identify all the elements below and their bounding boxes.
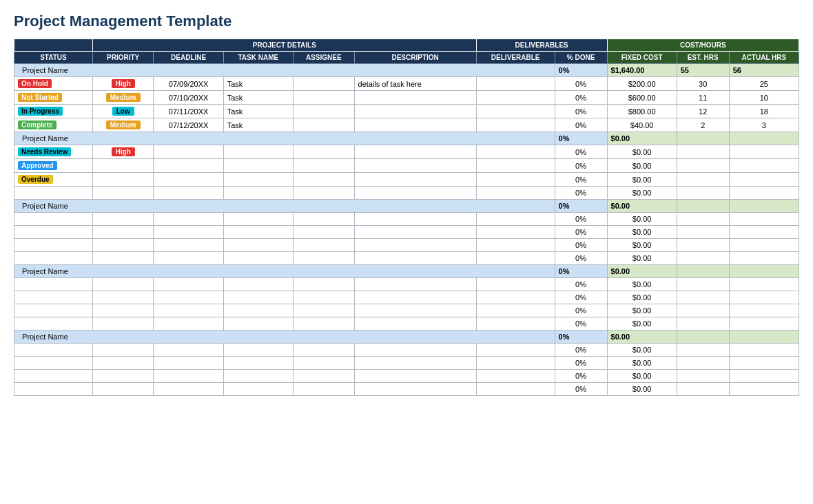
status-cell: Needs Review: [14, 145, 93, 159]
table-row: 0% $0.00: [14, 383, 799, 396]
project-total-cost: $0.00: [607, 330, 677, 344]
status-cell: Complete: [14, 118, 93, 132]
project-name-cell: Project Name: [14, 265, 555, 278]
esthrs-cell: [677, 317, 729, 330]
priority-cell: [92, 252, 154, 265]
desc-cell: [354, 226, 476, 239]
priority-cell: High: [92, 145, 154, 159]
status-badge: Not Started: [18, 93, 62, 102]
assignee-cell: [293, 187, 354, 200]
table-row: Needs Review High 0% $0.00: [14, 145, 799, 159]
project-total-est: [677, 200, 729, 213]
fixedcost-cell: $200.00: [607, 77, 677, 91]
col-taskname: TASK NAME: [223, 52, 293, 64]
project-pct-cell: 0%: [555, 200, 607, 213]
table-row: 0% $0.00: [14, 187, 799, 200]
fixedcost-cell: $0.00: [607, 304, 677, 317]
assignee-cell: [293, 159, 354, 173]
priority-cell: High: [92, 77, 154, 91]
col-actualhrs: ACTUAL HRS: [729, 52, 799, 64]
status-cell: [14, 370, 93, 383]
assignee-cell: [293, 291, 354, 304]
cost-hours-header: COST/HOURS: [607, 39, 799, 52]
fixedcost-cell: $0.00: [607, 239, 677, 252]
esthrs-cell: 12: [677, 105, 729, 118]
pctdone-cell: 0%: [555, 91, 607, 105]
fixedcost-cell: $0.00: [607, 317, 677, 330]
deadline-cell: [154, 357, 223, 370]
deliverable-cell: [476, 145, 555, 159]
status-cell: [14, 304, 93, 317]
priority-cell: [92, 383, 154, 396]
col-assignee: ASSIGNEE: [293, 52, 354, 64]
col-esthrs: EST. HRS: [677, 52, 729, 64]
assignee-cell: [293, 370, 354, 383]
priority-cell: [92, 226, 154, 239]
assignee-cell: [293, 213, 354, 226]
pctdone-cell: 0%: [555, 278, 607, 291]
actualhrs-cell: [729, 344, 799, 357]
esthrs-cell: [677, 226, 729, 239]
desc-cell: [354, 383, 476, 396]
project-total-cost: $1,640.00: [607, 64, 677, 77]
col-deliverable: DELIVERABLE: [476, 52, 555, 64]
actualhrs-cell: [729, 145, 799, 159]
project-pct-cell: 0%: [555, 265, 607, 278]
project-total-est: [677, 132, 729, 145]
status-cell: [14, 213, 93, 226]
deadline-cell: [154, 187, 223, 200]
col-deadline: DEADLINE: [154, 52, 223, 64]
project-total-actual: [729, 265, 799, 278]
priority-cell: [92, 344, 154, 357]
actualhrs-cell: [729, 317, 799, 330]
priority-badge: Low: [112, 107, 134, 116]
assignee-cell: [293, 278, 354, 291]
pctdone-cell: 0%: [555, 239, 607, 252]
fixedcost-cell: $800.00: [607, 105, 677, 118]
pctdone-cell: 0%: [555, 383, 607, 396]
priority-cell: [92, 278, 154, 291]
deliverable-cell: [476, 357, 555, 370]
deadline-cell: [154, 252, 223, 265]
project-pct-cell: 0%: [555, 330, 607, 344]
pctdone-cell: 0%: [555, 344, 607, 357]
actualhrs-cell: [729, 291, 799, 304]
desc-cell: [354, 252, 476, 265]
project-total-est: [677, 330, 729, 344]
table-row: Approved 0% $0.00: [14, 159, 799, 173]
deadline-cell: [154, 304, 223, 317]
deadline-cell: 07/10/20XX: [154, 91, 223, 105]
deadline-cell: [154, 213, 223, 226]
table-row: Complete Medium 07/12/20XX Task 0% $40.0…: [14, 118, 799, 132]
fixedcost-cell: $0.00: [607, 291, 677, 304]
deliverable-cell: [476, 344, 555, 357]
taskname-cell: [223, 383, 293, 396]
esthrs-cell: [677, 370, 729, 383]
pctdone-cell: 0%: [555, 173, 607, 187]
actualhrs-cell: 18: [729, 105, 799, 118]
status-badge: Needs Review: [18, 147, 71, 156]
project-pct-cell: 0%: [555, 64, 607, 77]
deliverable-cell: [476, 252, 555, 265]
status-cell: In Progress: [14, 105, 93, 118]
deliverable-cell: [476, 213, 555, 226]
taskname-cell: [223, 226, 293, 239]
actualhrs-cell: [729, 173, 799, 187]
taskname-cell: [223, 357, 293, 370]
deliverable-cell: [476, 91, 555, 105]
table-row: 0% $0.00: [14, 278, 799, 291]
actualhrs-cell: 10: [729, 91, 799, 105]
taskname-cell: [223, 344, 293, 357]
deadline-cell: [154, 239, 223, 252]
project-total-cost: $0.00: [607, 200, 677, 213]
priority-cell: Medium: [92, 118, 154, 132]
priority-cell: [92, 291, 154, 304]
desc-cell: [354, 239, 476, 252]
fixedcost-cell: $0.00: [607, 187, 677, 200]
deliverables-header: DELIVERABLES: [476, 39, 607, 52]
esthrs-cell: [677, 213, 729, 226]
desc-cell: [354, 173, 476, 187]
pctdone-cell: 0%: [555, 187, 607, 200]
pctdone-cell: 0%: [555, 159, 607, 173]
status-cell: [14, 344, 93, 357]
